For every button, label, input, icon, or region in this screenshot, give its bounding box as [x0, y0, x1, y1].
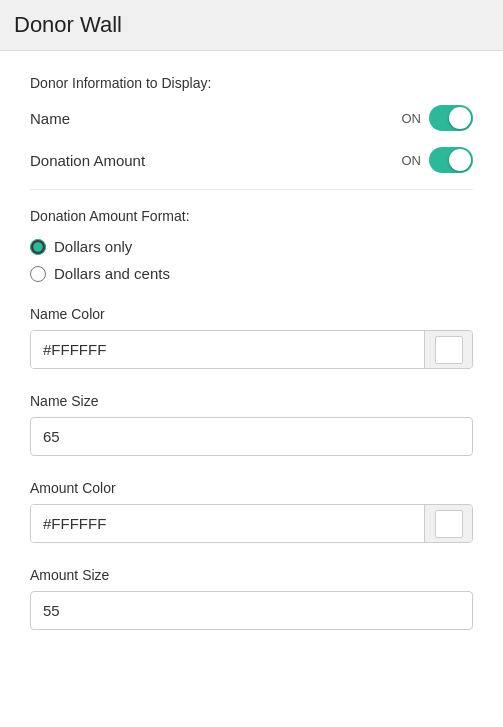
donor-info-section: Donor Information to Display: Name ON Do…	[30, 75, 473, 173]
radio-dollars-only-input[interactable]	[30, 239, 46, 255]
donation-format-section: Donation Amount Format: Dollars only Dol…	[30, 208, 473, 282]
name-size-section: Name Size	[30, 393, 473, 456]
header: Donor Wall	[0, 0, 503, 51]
content: Donor Information to Display: Name ON Do…	[0, 51, 503, 660]
radio-dollars-only-label: Dollars only	[54, 238, 132, 255]
donor-info-label: Donor Information to Display:	[30, 75, 473, 91]
amount-color-swatch	[435, 510, 463, 538]
radio-dollars-cents: Dollars and cents	[30, 265, 473, 282]
amount-color-label: Amount Color	[30, 480, 473, 496]
name-toggle[interactable]	[429, 105, 473, 131]
divider-1	[30, 189, 473, 190]
name-color-input[interactable]	[31, 331, 424, 368]
donation-amount-toggle-row: Donation Amount ON	[30, 147, 473, 173]
donation-amount-toggle-right: ON	[402, 147, 474, 173]
format-section-label: Donation Amount Format:	[30, 208, 473, 224]
donation-amount-toggle[interactable]	[429, 147, 473, 173]
name-color-label: Name Color	[30, 306, 473, 322]
page-wrapper: Donor Wall Donor Information to Display:…	[0, 0, 503, 727]
amount-size-section: Amount Size	[30, 567, 473, 630]
donation-amount-toggle-knob	[449, 149, 471, 171]
name-color-section: Name Color	[30, 306, 473, 369]
name-toggle-state: ON	[402, 111, 422, 126]
name-toggle-right: ON	[402, 105, 474, 131]
name-toggle-row: Name ON	[30, 105, 473, 131]
page-title: Donor Wall	[14, 12, 489, 38]
name-label: Name	[30, 110, 70, 127]
amount-color-section: Amount Color	[30, 480, 473, 543]
amount-size-label: Amount Size	[30, 567, 473, 583]
name-size-label: Name Size	[30, 393, 473, 409]
name-size-input[interactable]	[30, 417, 473, 456]
name-color-swatch	[435, 336, 463, 364]
radio-dollars-cents-input[interactable]	[30, 266, 46, 282]
amount-size-input[interactable]	[30, 591, 473, 630]
radio-dollars-cents-label: Dollars and cents	[54, 265, 170, 282]
name-toggle-knob	[449, 107, 471, 129]
radio-dollars-only: Dollars only	[30, 238, 473, 255]
amount-color-input[interactable]	[31, 505, 424, 542]
name-color-swatch-box[interactable]	[424, 331, 472, 368]
donation-amount-toggle-state: ON	[402, 153, 422, 168]
donation-amount-label: Donation Amount	[30, 152, 145, 169]
amount-color-input-row	[30, 504, 473, 543]
amount-color-swatch-box[interactable]	[424, 505, 472, 542]
name-color-input-row	[30, 330, 473, 369]
